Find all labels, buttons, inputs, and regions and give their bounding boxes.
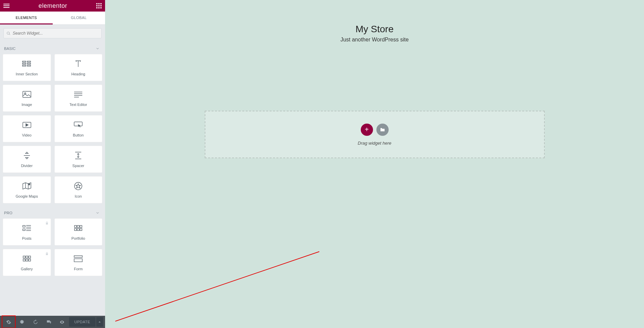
history-button[interactable] xyxy=(29,316,42,328)
widget-portfolio[interactable]: Portfolio xyxy=(54,218,103,245)
svg-rect-1 xyxy=(22,63,26,64)
publish-options-button[interactable] xyxy=(96,317,103,327)
gear-icon xyxy=(6,320,11,325)
update-button[interactable]: UPDATE xyxy=(69,317,96,327)
annotation-line xyxy=(115,250,326,325)
widget-spacer[interactable]: Spacer xyxy=(54,146,103,173)
widget-heading[interactable]: Heading xyxy=(54,54,103,81)
search-icon xyxy=(6,31,11,36)
svg-rect-20 xyxy=(23,256,25,258)
responsive-button[interactable] xyxy=(42,316,55,328)
category-basic-label: BASIC xyxy=(4,47,16,51)
svg-rect-0 xyxy=(22,61,26,62)
navigator-button[interactable] xyxy=(15,316,29,328)
heading-icon xyxy=(74,59,82,69)
svg-rect-4 xyxy=(27,63,31,64)
svg-line-28 xyxy=(115,252,319,321)
gallery-icon xyxy=(23,254,31,263)
widget-text-editor[interactable]: Text Editor xyxy=(54,85,103,112)
svg-rect-16 xyxy=(80,225,82,227)
preview-button[interactable] xyxy=(55,316,69,328)
apps-grid-icon[interactable] xyxy=(96,3,102,8)
svg-rect-21 xyxy=(26,256,28,258)
svg-rect-22 xyxy=(29,256,31,258)
category-basic-toggle[interactable]: BASIC xyxy=(0,42,105,54)
svg-rect-3 xyxy=(27,61,31,62)
plus-icon: + xyxy=(365,126,369,133)
svg-rect-24 xyxy=(26,259,28,261)
svg-rect-18 xyxy=(77,229,79,231)
drop-hint: Drag widget here xyxy=(358,141,391,146)
widget-label: Inner Section xyxy=(16,72,38,76)
widget-video[interactable]: Video xyxy=(3,115,51,142)
svg-rect-17 xyxy=(74,229,77,231)
chevron-down-icon xyxy=(96,47,100,51)
category-pro-label: PRO xyxy=(4,211,12,215)
button-icon xyxy=(74,120,83,130)
divider-icon xyxy=(23,151,30,160)
site-tagline: Just another WordPress site xyxy=(105,37,644,43)
widget-icon[interactable]: Icon xyxy=(54,176,103,203)
widget-image[interactable]: Image xyxy=(3,85,51,112)
map-icon xyxy=(22,181,31,191)
svg-rect-25 xyxy=(29,259,31,261)
widget-label: Heading xyxy=(71,72,85,76)
svg-rect-12 xyxy=(23,225,25,227)
widget-google-maps[interactable]: Google Maps xyxy=(3,176,51,203)
drop-zone[interactable]: + Drag widget here xyxy=(205,111,545,158)
svg-rect-15 xyxy=(77,225,79,227)
portfolio-icon xyxy=(74,223,82,233)
brand-logo: elementor xyxy=(38,2,67,10)
settings-button[interactable] xyxy=(2,316,15,328)
widget-label: Google Maps xyxy=(16,194,38,198)
video-icon xyxy=(22,120,31,130)
svg-rect-14 xyxy=(74,225,77,227)
chevron-down-icon xyxy=(96,211,100,215)
history-icon xyxy=(33,320,38,325)
site-title: My Store xyxy=(105,24,644,35)
text-icon xyxy=(74,90,83,99)
lock-icon xyxy=(45,220,49,226)
image-icon xyxy=(22,90,31,99)
tab-elements[interactable]: ELEMENTS xyxy=(0,12,53,24)
widget-label: Spacer xyxy=(72,164,84,168)
svg-rect-23 xyxy=(23,259,25,261)
widget-label: Divider xyxy=(21,164,33,168)
svg-point-10 xyxy=(29,184,30,185)
columns-icon xyxy=(22,59,32,69)
widget-label: Portfolio xyxy=(71,236,85,240)
category-pro-toggle[interactable]: PRO xyxy=(0,206,105,218)
menu-button[interactable] xyxy=(3,4,10,8)
widget-label: Button xyxy=(73,133,84,137)
widget-form[interactable]: Form xyxy=(54,249,103,276)
svg-rect-5 xyxy=(27,65,31,66)
star-icon xyxy=(74,181,82,191)
widget-label: Form xyxy=(74,267,83,271)
widget-gallery[interactable]: Gallery xyxy=(3,249,51,276)
widget-label: Image xyxy=(21,103,32,107)
svg-rect-27 xyxy=(74,259,82,262)
widget-label: Gallery xyxy=(21,267,33,271)
svg-rect-19 xyxy=(80,229,82,231)
svg-rect-2 xyxy=(22,65,26,66)
widget-posts[interactable]: Posts xyxy=(3,218,51,245)
svg-rect-13 xyxy=(23,229,25,231)
folder-icon xyxy=(380,127,385,132)
widget-label: Posts xyxy=(22,236,32,240)
widget-divider[interactable]: Divider xyxy=(3,146,51,173)
tab-global[interactable]: GLOBAL xyxy=(53,12,105,24)
lock-icon xyxy=(45,251,49,257)
form-icon xyxy=(74,254,83,263)
add-section-button[interactable]: + xyxy=(361,124,373,136)
layers-icon xyxy=(19,320,24,325)
widget-label: Icon xyxy=(75,194,82,198)
widget-inner-section[interactable]: Inner Section xyxy=(3,54,51,81)
svg-rect-6 xyxy=(23,91,31,97)
caret-up-icon xyxy=(98,321,101,323)
svg-rect-26 xyxy=(74,256,82,257)
add-template-button[interactable] xyxy=(376,124,389,136)
widget-button[interactable]: Button xyxy=(54,115,103,142)
spacer-icon xyxy=(75,151,82,160)
widget-label: Video xyxy=(22,133,32,137)
search-input[interactable] xyxy=(13,31,101,36)
